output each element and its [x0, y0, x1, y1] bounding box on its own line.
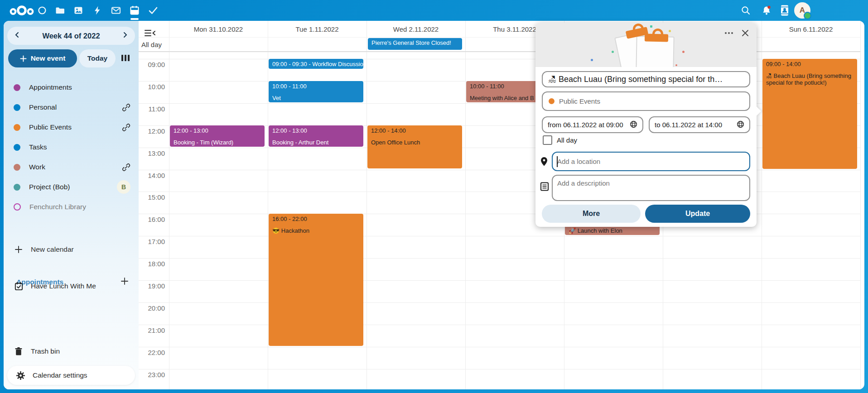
calendar-sidebar: Week 44 of 2022 New event Today Appointm… [4, 21, 139, 389]
gear-icon [15, 371, 25, 380]
active-app-indicator [130, 18, 139, 20]
time-label: 16:00 [139, 216, 165, 223]
sidebar-calendar-tasks[interactable]: Tasks [7, 138, 135, 156]
calendar-color-dot [14, 164, 20, 171]
time-label: 19:00 [139, 282, 165, 290]
tasks-icon[interactable] [146, 4, 160, 17]
trash-bin-button[interactable]: Trash bin [7, 342, 135, 360]
event-open-office-lunch[interactable]: 12:00 - 14:00Open Office Lunch [367, 125, 462, 169]
files-icon[interactable] [53, 4, 67, 17]
day-header-2[interactable]: Wed 2.11.2022 [366, 21, 465, 37]
location-field[interactable] [552, 152, 750, 171]
sidebar-calendar-personal[interactable]: Personal [7, 98, 135, 116]
shared-avatar-badge: B [117, 180, 130, 194]
day-header-1[interactable]: Tue 1.11.2022 [268, 21, 366, 37]
sidebar-calendar-fenchurch-library[interactable]: Fenchurch Library [7, 198, 135, 216]
end-datetime-input[interactable]: to 06.11.2022 at 14:00 [649, 116, 750, 133]
timezone-globe-icon[interactable] [630, 120, 637, 129]
nextcloud-logo[interactable] [7, 2, 36, 19]
today-button[interactable]: Today [79, 49, 116, 67]
calendar-color-dot [14, 203, 21, 211]
description-input[interactable] [553, 176, 749, 197]
sidebar-calendar-appointments[interactable]: Appointments [7, 78, 135, 96]
all-day-checkbox[interactable]: All day [543, 135, 577, 145]
day-header-0[interactable]: Mon 31.10.2022 [169, 21, 268, 37]
calendar-color-dot [14, 84, 20, 91]
hour-line [139, 280, 860, 281]
plus-icon [14, 245, 24, 254]
status-online-dot [804, 12, 811, 19]
location-pin-icon [540, 157, 548, 168]
hour-line [139, 236, 860, 236]
shared-link-icon[interactable] [122, 103, 130, 112]
top-bar: A [0, 0, 868, 21]
more-button[interactable]: More [542, 205, 641, 223]
calendar-label: Project (Bob) [29, 183, 70, 191]
time-label: 18:00 [139, 260, 165, 268]
appointment-item[interactable]: Have Lunch With Me [7, 277, 135, 295]
close-icon[interactable] [739, 27, 751, 39]
search-icon[interactable] [738, 4, 753, 17]
event-09-00-09-30-workflow-discussion[interactable]: 09:00 - 09:30 - Workflow Discussion [269, 59, 363, 69]
shared-avatar[interactable]: B [117, 180, 130, 194]
avatar[interactable]: A [794, 2, 810, 19]
update-button[interactable]: Update [645, 205, 750, 223]
time-label: 13:00 [139, 149, 165, 157]
hour-line [139, 369, 860, 369]
text-caret [557, 156, 558, 167]
more-options-icon[interactable] [723, 27, 735, 39]
event-beach-luau-bring-something-special-for-t[interactable]: 09:00 - 14:00🏖 Beach Luau (Bring somethi… [762, 59, 857, 169]
sidebar-calendar-project-bob-[interactable]: Project (Bob)B [7, 178, 135, 196]
dashboard-icon[interactable] [35, 4, 49, 17]
event-pierre-s-general-store-closed[interactable]: Pierre's General Store Closed! [368, 38, 462, 50]
calendar-check-icon [14, 282, 24, 291]
time-label: 23:00 [139, 371, 165, 379]
sidebar-calendar-work[interactable]: Work [7, 158, 135, 176]
calendar-picker-value: Public Events [559, 97, 600, 105]
hour-line [139, 302, 860, 303]
new-event-button[interactable]: New event [8, 49, 77, 67]
event-booking-tim-wizard[interactable]: 12:00 - 13:00Booking - Tim (Wizard) [170, 125, 265, 147]
contacts-icon[interactable] [777, 4, 792, 17]
hour-line [139, 325, 860, 325]
description-field[interactable] [552, 175, 750, 201]
end-datetime-value: to 06.11.2022 at 14:00 [655, 121, 722, 129]
week-view-columns-icon[interactable] [121, 53, 130, 64]
calendar-label: Appointments [29, 83, 72, 91]
checkbox-unchecked[interactable] [543, 135, 552, 145]
event-hackathon[interactable]: 16:00 - 22:00😎 Hackathon [269, 214, 363, 345]
calendar-label: Fenchurch Library [29, 203, 86, 211]
sidebar-calendar-public-events[interactable]: Public Events [7, 118, 135, 136]
previous-week-icon[interactable] [14, 31, 21, 40]
event-booking-arthur-dent[interactable]: 12:00 - 13:00Booking - Arthur Dent [269, 125, 363, 147]
week-label[interactable]: Week 44 of 2022 [42, 32, 100, 40]
location-input[interactable] [553, 158, 749, 165]
time-label: 17:00 [139, 238, 165, 245]
event-editor-popup: 🏖 Beach Luau (Bring something special fo… [535, 23, 757, 227]
mail-icon[interactable] [109, 4, 123, 17]
next-week-icon[interactable] [121, 31, 129, 40]
day-header-6[interactable]: Sun 6.11.2022 [762, 21, 860, 37]
calendar-color-dot [14, 104, 20, 111]
time-label: 09:00 [139, 61, 165, 68]
event-vet[interactable]: 10:00 - 11:00Vet [269, 81, 363, 102]
time-label: 15:00 [139, 193, 165, 201]
calendar-color-dot [549, 98, 555, 104]
bell-icon[interactable] [759, 4, 774, 17]
hour-line [139, 258, 860, 259]
shared-link-icon[interactable] [122, 163, 130, 172]
photos-icon[interactable] [72, 4, 85, 17]
calendar-color-dot [14, 124, 20, 131]
start-datetime-input[interactable]: from 06.11.2022 at 09:00 [542, 116, 643, 133]
timezone-globe-icon[interactable] [737, 120, 744, 129]
activity-icon[interactable] [91, 4, 104, 17]
calendar-color-dot [14, 144, 20, 151]
time-label: 10:00 [139, 83, 165, 91]
calendar-icon[interactable] [128, 4, 141, 17]
calendar-picker[interactable]: Public Events [542, 91, 750, 111]
calendar-settings-button[interactable]: Calendar settings [7, 366, 135, 385]
event-title-input[interactable]: 🏖 Beach Luau (Bring something special fo… [542, 71, 750, 87]
shared-link-icon[interactable] [122, 123, 130, 132]
new-calendar-button[interactable]: New calendar [7, 240, 135, 259]
time-label: 11:00 [139, 105, 165, 113]
